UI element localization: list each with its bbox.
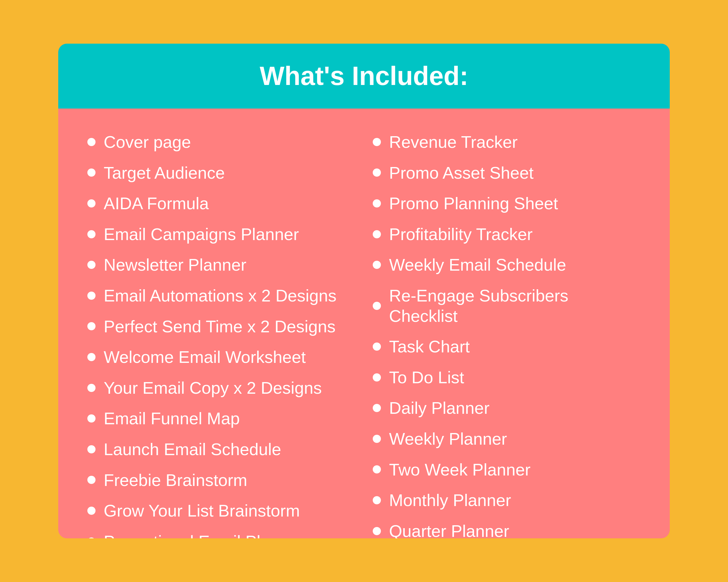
list-item: Quarter Planner <box>373 521 641 538</box>
item-label: Target Audience <box>104 163 225 183</box>
item-label: Promo Asset Sheet <box>389 163 534 183</box>
item-label: Promotional Email Planner <box>104 531 304 538</box>
bullet-icon <box>373 496 381 504</box>
bullet-icon <box>373 373 381 382</box>
list-item: Your Email Copy x 2 Designs <box>87 378 355 398</box>
list-item: Promotional Email Planner <box>87 531 355 538</box>
list-item: Task Chart <box>373 336 641 357</box>
content-section: Cover page Target Audience AIDA Formula … <box>58 109 670 538</box>
list-item: Launch Email Schedule <box>87 439 355 460</box>
list-item: Promo Asset Sheet <box>373 163 641 183</box>
bullet-icon <box>373 138 381 146</box>
list-item: Two Week Planner <box>373 460 641 480</box>
list-item: Daily Planner <box>373 398 641 418</box>
item-label: Freebie Brainstorm <box>104 470 247 490</box>
bullet-icon <box>373 342 381 351</box>
list-item: Profitability Tracker <box>373 224 641 244</box>
right-column: Revenue Tracker Promo Asset Sheet Promo … <box>373 132 641 538</box>
item-label: Promo Planning Sheet <box>389 193 558 214</box>
bullet-icon <box>373 435 381 443</box>
list-item: Newsletter Planner <box>87 255 355 275</box>
bullet-icon <box>87 261 96 269</box>
bullet-icon <box>87 507 96 515</box>
list-item: Promo Planning Sheet <box>373 193 641 214</box>
bullet-icon <box>87 138 96 146</box>
bullet-icon <box>87 445 96 453</box>
item-label: Weekly Email Schedule <box>389 255 566 275</box>
item-label: Profitability Tracker <box>389 224 532 244</box>
bullet-icon <box>87 476 96 484</box>
item-label: Welcome Email Worksheet <box>104 347 306 367</box>
bullet-icon <box>373 404 381 412</box>
list-item: Weekly Email Schedule <box>373 255 641 275</box>
list-item: Grow Your List Brainstorm <box>87 501 355 521</box>
list-item: Cover page <box>87 132 355 152</box>
item-label: Email Campaigns Planner <box>104 224 299 244</box>
item-label: To Do List <box>389 367 464 388</box>
item-label: Grow Your List Brainstorm <box>104 501 300 521</box>
item-label: Monthly Planner <box>389 490 511 510</box>
list-item: Target Audience <box>87 163 355 183</box>
item-label: Two Week Planner <box>389 460 530 480</box>
bullet-icon <box>373 527 381 535</box>
bullet-icon <box>87 230 96 238</box>
bullet-icon <box>87 384 96 392</box>
item-label: Perfect Send Time x 2 Designs <box>104 316 335 337</box>
bullet-icon <box>87 414 96 422</box>
list-item: Email Campaigns Planner <box>87 224 355 244</box>
item-label: Task Chart <box>389 336 470 357</box>
bullet-icon <box>373 465 381 473</box>
bullet-icon <box>373 168 381 177</box>
item-label: Your Email Copy x 2 Designs <box>104 378 322 398</box>
page-title: What's Included: <box>81 61 647 91</box>
item-label: Weekly Planner <box>389 428 507 449</box>
item-label: Launch Email Schedule <box>104 439 281 460</box>
item-label: Re-Engage Subscribers Checklist <box>389 285 641 326</box>
bullet-icon <box>87 168 96 177</box>
bullet-icon <box>87 292 96 300</box>
bullet-icon <box>373 261 381 269</box>
item-label: Daily Planner <box>389 398 490 418</box>
item-label: Email Automations x 2 Designs <box>104 285 336 306</box>
bullet-icon <box>87 353 96 361</box>
main-card: What's Included: Cover page Target Audie… <box>58 44 670 538</box>
bullet-icon <box>373 230 381 238</box>
list-item: Monthly Planner <box>373 490 641 510</box>
item-label: Quarter Planner <box>389 521 509 538</box>
header-section: What's Included: <box>58 44 670 109</box>
list-item: Email Funnel Map <box>87 408 355 428</box>
bullet-icon <box>87 199 96 207</box>
item-label: Cover page <box>104 132 191 152</box>
list-item: Revenue Tracker <box>373 132 641 152</box>
list-item: Email Automations x 2 Designs <box>87 285 355 306</box>
list-item: To Do List <box>373 367 641 388</box>
bullet-icon <box>87 322 96 330</box>
left-column: Cover page Target Audience AIDA Formula … <box>87 132 355 538</box>
list-item: Re-Engage Subscribers Checklist <box>373 285 641 326</box>
bullet-icon <box>373 302 381 310</box>
bullet-icon <box>87 537 96 538</box>
item-label: AIDA Formula <box>104 193 209 214</box>
item-label: Newsletter Planner <box>104 255 246 275</box>
item-label: Revenue Tracker <box>389 132 518 152</box>
list-item: AIDA Formula <box>87 193 355 214</box>
item-label: Email Funnel Map <box>104 408 240 428</box>
list-item: Weekly Planner <box>373 428 641 449</box>
list-item: Welcome Email Worksheet <box>87 347 355 367</box>
bullet-icon <box>373 199 381 207</box>
list-item: Perfect Send Time x 2 Designs <box>87 316 355 337</box>
list-item: Freebie Brainstorm <box>87 470 355 490</box>
